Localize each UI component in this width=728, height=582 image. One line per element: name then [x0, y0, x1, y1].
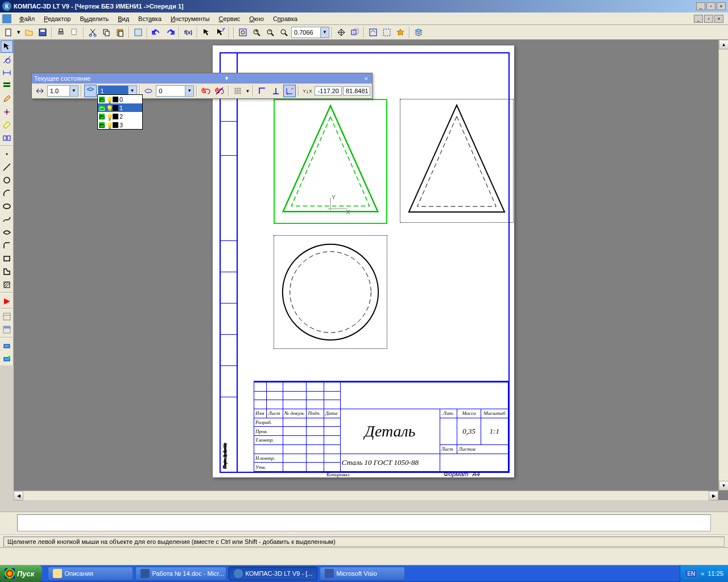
- cut-button[interactable]: [86, 26, 99, 39]
- system-tray[interactable]: EN « 11:25: [680, 565, 728, 582]
- circle-tool[interactable]: [1, 174, 13, 186]
- scroll-up[interactable]: ▲: [719, 40, 728, 49]
- zoom-input[interactable]: [292, 29, 320, 36]
- measure-tool[interactable]: [1, 119, 13, 131]
- scroll-down[interactable]: ▼: [719, 481, 728, 490]
- layer-1[interactable]: 🗀💡1: [98, 103, 142, 112]
- menu-window[interactable]: Окно: [245, 14, 268, 23]
- zoom-prev-button[interactable]: [349, 26, 361, 39]
- menu-view[interactable]: Вид: [113, 14, 134, 23]
- maximize-button[interactable]: ▫: [706, 2, 715, 10]
- undo-button[interactable]: [150, 26, 163, 39]
- linetype-input[interactable]: [156, 88, 185, 94]
- ellipse-tool[interactable]: [1, 200, 13, 213]
- property-inner[interactable]: [17, 514, 711, 531]
- edit-tool[interactable]: [1, 93, 13, 105]
- zoom-window-button[interactable]: [278, 26, 290, 39]
- layer-2[interactable]: 🗀💡2: [98, 112, 142, 120]
- horizontal-scrollbar[interactable]: ◀ ▶: [14, 490, 718, 500]
- variables-button[interactable]: f(x): [182, 26, 195, 39]
- layer-dropdown[interactable]: 🗀💡0 🗀💡1 🗀💡2 🗀💡3: [97, 94, 143, 130]
- line-tool[interactable]: [1, 161, 13, 173]
- new-button[interactable]: [2, 26, 15, 39]
- minimize-button[interactable]: _: [696, 2, 705, 10]
- pan-button[interactable]: [335, 26, 348, 39]
- zoom-combo[interactable]: ▼: [291, 27, 329, 38]
- vertical-scrollbar[interactable]: ▲ ▼: [718, 40, 728, 490]
- clock[interactable]: 11:25: [708, 570, 723, 577]
- create-tool[interactable]: [1, 352, 13, 365]
- view-1[interactable]: Y X: [274, 99, 387, 224]
- menu-service[interactable]: Сервис: [214, 14, 245, 23]
- arrow-button[interactable]: [200, 26, 213, 39]
- panel-close-icon[interactable]: ×: [363, 75, 370, 82]
- panel-header[interactable]: Текущее состояние ▼ ×: [32, 73, 372, 84]
- layer-3[interactable]: 🗀💡3: [98, 120, 142, 129]
- rebuild-button[interactable]: [394, 26, 407, 39]
- menu-help[interactable]: Справка: [268, 14, 302, 23]
- mdi-restore[interactable]: ▫: [704, 15, 713, 23]
- ortho-button[interactable]: [256, 85, 268, 97]
- arc-tool[interactable]: [1, 187, 13, 199]
- assoc-tool[interactable]: [1, 132, 13, 144]
- fillet-tool[interactable]: [1, 239, 13, 252]
- view-2[interactable]: [400, 99, 514, 223]
- scroll-left[interactable]: ◀: [14, 491, 23, 501]
- menu-file[interactable]: Файл: [15, 14, 39, 23]
- dimension-tool[interactable]: [1, 66, 13, 79]
- help-button[interactable]: ?: [214, 26, 226, 39]
- tray-icon[interactable]: «: [701, 570, 704, 577]
- step-combo[interactable]: ▼: [47, 85, 78, 97]
- task-folder[interactable]: Описания: [48, 567, 133, 580]
- close-button[interactable]: ×: [717, 2, 726, 10]
- task-visio[interactable]: Microsoft Visio: [320, 567, 405, 580]
- rect-tool[interactable]: [1, 252, 13, 265]
- save-button[interactable]: [36, 26, 49, 39]
- start-button[interactable]: Пуск: [0, 565, 42, 582]
- mdi-minimize[interactable]: _: [694, 15, 703, 23]
- step-button[interactable]: [34, 85, 46, 97]
- paste-button[interactable]: [114, 26, 126, 39]
- stop-tool[interactable]: ▶: [1, 294, 13, 307]
- view-3[interactable]: [274, 235, 387, 349]
- step-input[interactable]: [48, 88, 69, 94]
- select-tool[interactable]: [1, 40, 13, 53]
- notation-tool[interactable]: [1, 80, 13, 92]
- mdi-close[interactable]: ×: [714, 15, 723, 23]
- menu-tools[interactable]: Инструменты: [166, 14, 214, 23]
- properties-button[interactable]: [132, 26, 144, 39]
- polygon-tool[interactable]: [1, 265, 13, 278]
- refresh-button[interactable]: [367, 26, 379, 39]
- spline-tool[interactable]: [1, 213, 13, 226]
- linetype-button[interactable]: [143, 85, 155, 97]
- layers-button[interactable]: [412, 26, 425, 39]
- linetype-combo[interactable]: ▼: [156, 85, 194, 97]
- snap-global-button[interactable]: [200, 85, 212, 97]
- snap-toggle-button[interactable]: [213, 85, 226, 97]
- auto-tool[interactable]: [1, 339, 13, 352]
- zoom-in-button[interactable]: +: [250, 26, 263, 39]
- grid-button[interactable]: [231, 85, 244, 97]
- zoom-fit-button[interactable]: [237, 26, 249, 39]
- new-dropdown[interactable]: ▾: [16, 26, 22, 39]
- panel2-tool[interactable]: [1, 323, 13, 336]
- preview-button[interactable]: [68, 26, 81, 39]
- point-tool[interactable]: [1, 148, 13, 160]
- grid-drop[interactable]: ▼: [245, 85, 251, 97]
- perp-button[interactable]: [270, 85, 282, 97]
- menu-select[interactable]: Выделить: [75, 14, 113, 23]
- menu-edit[interactable]: Редактор: [39, 14, 75, 23]
- menu-insert[interactable]: Вставка: [134, 14, 166, 23]
- redo-button[interactable]: [164, 26, 176, 39]
- coord-button[interactable]: Y↓X: [301, 85, 314, 97]
- task-kompas[interactable]: КОМПАС-3D LT V9 - [...: [229, 567, 317, 580]
- lang-indicator[interactable]: EN: [685, 569, 697, 578]
- layer-input[interactable]: [98, 88, 128, 94]
- panel1-tool[interactable]: [1, 310, 13, 323]
- layer-manage-button[interactable]: [84, 85, 97, 97]
- local-cs-button[interactable]: [283, 85, 296, 97]
- task-word[interactable]: Работа № 14.doc - Micr...: [135, 567, 226, 580]
- open-button[interactable]: [23, 26, 35, 39]
- param-tool[interactable]: [1, 106, 13, 118]
- print-button[interactable]: [55, 26, 67, 39]
